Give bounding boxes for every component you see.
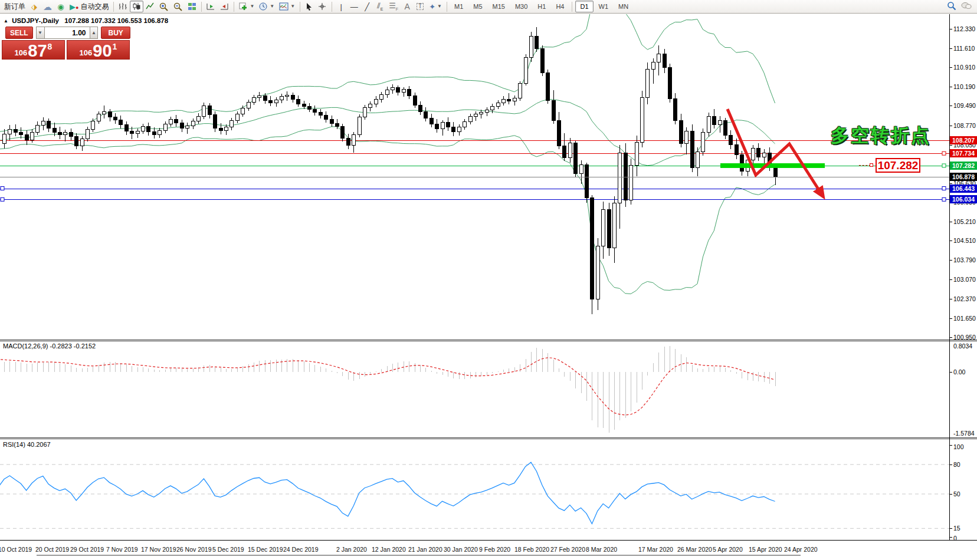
main-chart-pane[interactable] — [0, 14, 949, 340]
timeframe-h1[interactable]: H1 — [533, 1, 550, 12]
fibonacci-icon[interactable]: ☰F — [386, 1, 401, 12]
sell-button[interactable]: SELL — [5, 27, 33, 39]
price-axis-label: 104.510 — [953, 237, 976, 244]
price-axis-label: 109.490 — [953, 102, 976, 109]
macd-axis-label: 0.00 — [953, 368, 965, 375]
turning-point-annotation[interactable]: 多空转折点 — [831, 123, 931, 148]
toolbar-separator — [447, 2, 447, 12]
arrows-button[interactable]: ✦▼ — [427, 1, 444, 12]
timeframe-h4[interactable]: H4 — [551, 1, 569, 12]
new-order-button[interactable]: 新订单 — [2, 1, 28, 12]
timeframe-m5[interactable]: M5 — [468, 1, 487, 12]
price-axis-label: 103.790 — [953, 256, 976, 263]
buy-price-button[interactable]: 106901 — [67, 40, 130, 60]
volume-increase-button[interactable]: ▲ — [90, 27, 99, 39]
zoom-in-icon[interactable] — [157, 1, 171, 12]
price-axis-label: 108.770 — [953, 122, 976, 129]
one-click-trade-panel: SELL ▼ ▲ BUY 106878 106901 — [2, 27, 130, 60]
axis-date-label: 24 Apr 2020 — [784, 546, 818, 553]
toolbar-right — [947, 1, 975, 12]
text-label-icon[interactable]: T — [414, 1, 427, 12]
timeframe-m15[interactable]: M15 — [488, 1, 510, 12]
volume-decrease-button[interactable]: ▼ — [36, 27, 45, 39]
toolbar-separator — [300, 2, 300, 12]
chart-bottom-border — [0, 540, 977, 541]
price-level-badge: 106.878 — [950, 173, 977, 181]
trend-line-icon[interactable]: ╱ — [360, 1, 373, 12]
price-axis-label: 112.330 — [953, 25, 975, 32]
line-chart-icon[interactable] — [143, 1, 157, 12]
vertical-line-icon[interactable]: | — [335, 1, 347, 12]
window-bottom-edge[interactable] — [37, 555, 801, 556]
axis-date-label: 15 Apr 2020 — [749, 546, 782, 553]
candles-layer — [3, 27, 778, 314]
axis-date-label: 8 Mar 2020 — [586, 546, 617, 553]
price-axis-label: 110.190 — [953, 83, 975, 90]
periods-clock-button[interactable]: ▼ — [257, 1, 277, 12]
tile-windows-icon[interactable] — [185, 1, 199, 12]
auto-scroll-icon[interactable] — [204, 1, 218, 12]
equidistant-channel-icon[interactable]: ⫽E — [373, 1, 386, 12]
crosshair-icon[interactable] — [316, 1, 329, 12]
signals-icon[interactable]: ◉ — [54, 1, 67, 12]
bar-chart-icon[interactable] — [116, 1, 130, 12]
templates-button[interactable]: ▼ — [277, 1, 297, 12]
buy-price-prefix: 106 — [80, 49, 93, 57]
timeframe-d1[interactable]: D1 — [575, 1, 593, 12]
price-axis-label: 102.370 — [953, 295, 976, 302]
axis-date-label: 30 Jan 2020 — [444, 546, 478, 553]
volume-input[interactable] — [45, 27, 90, 39]
rsi-line — [0, 462, 775, 523]
rsi-axis-label: 100 — [953, 443, 964, 450]
chat-icon[interactable] — [961, 2, 972, 12]
search-icon[interactable] — [947, 1, 956, 12]
horizontal-line-icon[interactable]: — — [347, 1, 360, 12]
price-axis-label: 105.210 — [953, 218, 976, 225]
price-level-badge: 107.734 — [950, 149, 977, 157]
zoom-out-icon[interactable] — [171, 1, 185, 12]
price-level-badge: 108.207 — [950, 136, 977, 144]
axis-date-label: 17 Mar 2020 — [638, 546, 673, 553]
buy-price-pip: 1 — [113, 42, 117, 51]
object-handles — [1, 151, 946, 201]
candlestick-chart-icon[interactable] — [130, 1, 143, 12]
price-axis-label: 103.070 — [953, 276, 976, 283]
axis-date-label: 26 Mar 2020 — [677, 546, 712, 553]
add-indicator-button[interactable]: ▼ — [237, 1, 257, 12]
chart-title: ▲ USDJPY-,Daily 107.288 107.332 106.553 … — [4, 17, 168, 24]
autotrading-button[interactable]: ▶● 自动交易 — [67, 1, 111, 12]
toolbar-separator — [201, 2, 202, 12]
ohlc-values: 107.288 107.332 106.553 106.878 — [64, 17, 168, 24]
macd-pane[interactable] — [0, 341, 949, 437]
timeframe-m1[interactable]: M1 — [450, 1, 468, 12]
price-axis-label: 101.650 — [953, 315, 976, 322]
text-icon[interactable]: A — [401, 1, 414, 12]
macd-histogram — [5, 346, 776, 433]
symbol-arrow-icon: ▲ — [4, 18, 8, 24]
autotrading-icon: ▶● — [70, 3, 78, 11]
rsi-pane[interactable] — [0, 439, 949, 540]
timeframe-m30[interactable]: M30 — [510, 1, 532, 12]
rsi-axis-label: 15 — [953, 525, 960, 532]
price-tag[interactable]: 107.282 — [876, 158, 920, 173]
axis-date-label: 5 Dec 2019 — [212, 546, 244, 553]
axis-date-label: 2 Jan 2020 — [336, 546, 367, 553]
toolbar-separator — [572, 2, 572, 12]
timeframe-mn[interactable]: MN — [614, 1, 633, 12]
price-axis-label: 100.950 — [953, 334, 976, 341]
buy-button[interactable]: BUY — [101, 27, 130, 39]
axis-date-label: 10 Oct 2019 — [0, 546, 32, 553]
rsi-axis-label: 50 — [953, 490, 960, 498]
axis-date-label: 24 Dec 2019 — [283, 546, 319, 553]
axis-date-label: 27 Feb 2020 — [550, 546, 585, 553]
cursor-icon[interactable] — [303, 1, 316, 12]
shift-chart-icon[interactable] — [218, 1, 231, 12]
deposit-arrow-icon[interactable]: ⬗ — [28, 1, 41, 12]
sell-price-button[interactable]: 106878 — [2, 40, 65, 60]
timeframe-w1[interactable]: W1 — [594, 1, 614, 12]
price-tag-handle[interactable] — [870, 163, 873, 167]
axis-date-label: 9 Feb 2020 — [479, 546, 510, 553]
axis-date-label: 5 Apr 2020 — [713, 546, 743, 553]
toolbar-separator — [113, 2, 114, 12]
cloud-sync-icon[interactable]: ☁ — [41, 1, 54, 12]
